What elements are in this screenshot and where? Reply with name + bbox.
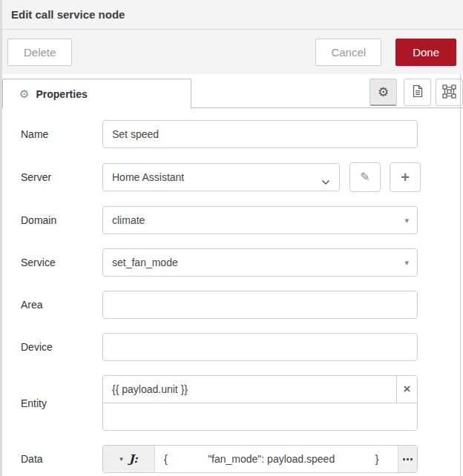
tray-left-edge <box>0 0 2 476</box>
data-label: Data <box>21 453 102 465</box>
entity-label: Entity <box>21 397 102 409</box>
chevron-down-icon <box>321 175 330 188</box>
dialog-header: Edit call service node <box>2 0 463 30</box>
editor-tab-bar: ⚙ Properties ⚙ <box>2 74 463 108</box>
document-icon <box>412 85 424 100</box>
data-value-input[interactable] <box>155 446 398 472</box>
data-type-selector[interactable]: ▾ J: <box>103 446 155 472</box>
plus-icon: + <box>401 170 410 185</box>
appearance-icon <box>442 85 456 101</box>
form-row-device: Device <box>21 333 463 361</box>
jsonata-type-icon: J: <box>129 454 138 465</box>
service-autocomplete: ▾ <box>102 248 418 277</box>
gear-icon: ⚙ <box>378 86 389 99</box>
entity-list-empty-area <box>103 403 417 430</box>
form-row-name: Name <box>21 120 463 148</box>
caret-down-icon: ▾ <box>119 456 123 463</box>
tab-properties[interactable]: ⚙ Properties <box>2 79 191 108</box>
server-select[interactable]: Home Assistant <box>102 163 340 191</box>
edit-node-dialog: Edit call service node Delete Cancel Don… <box>2 0 463 476</box>
form-row-entity: Entity {{ payload.unit }} × <box>21 375 463 431</box>
entity-value-input[interactable]: {{ payload.unit }} <box>103 376 396 403</box>
delete-button[interactable]: Delete <box>7 39 72 66</box>
domain-input[interactable] <box>102 206 418 234</box>
form-row-server: Server Home Assistant ✎ + <box>21 162 463 192</box>
domain-autocomplete: ▾ <box>102 206 418 234</box>
server-select-value: Home Assistant <box>112 171 184 183</box>
add-server-button[interactable]: + <box>390 162 421 192</box>
form-row-service: Service ▾ <box>21 248 463 277</box>
close-icon: × <box>404 382 411 397</box>
edit-server-button[interactable]: ✎ <box>349 162 381 192</box>
form-row-domain: Domain ▾ <box>21 206 463 234</box>
domain-label: Domain <box>21 214 102 226</box>
service-input[interactable] <box>102 248 418 277</box>
expand-expression-button[interactable] <box>398 446 417 472</box>
data-typed-input: ▾ J: <box>102 445 418 473</box>
form-row-data: Data ▾ J: <box>21 445 463 473</box>
dialog-toolbar: Delete Cancel Done <box>2 30 463 74</box>
name-input[interactable] <box>102 120 418 148</box>
form-row-area: Area <box>21 291 463 319</box>
editor-icon-buttons: ⚙ <box>370 79 463 106</box>
device-label: Device <box>21 341 102 353</box>
properties-gear-button[interactable]: ⚙ <box>370 79 397 106</box>
entity-list-item: {{ payload.unit }} × <box>103 376 417 403</box>
service-label: Service <box>21 257 102 268</box>
area-input[interactable] <box>102 291 418 319</box>
ellipsis-icon <box>403 458 405 460</box>
appearance-button[interactable] <box>436 79 463 106</box>
properties-form: Name Server Home Assistant ✎ + Domain ▾ <box>2 120 463 473</box>
pencil-icon: ✎ <box>360 171 370 183</box>
remove-entity-button[interactable]: × <box>396 376 417 403</box>
area-label: Area <box>21 299 102 311</box>
name-label: Name <box>21 128 102 140</box>
tray-right-edge <box>460 74 461 476</box>
tab-properties-label: Properties <box>36 88 87 100</box>
done-button[interactable]: Done <box>395 39 456 66</box>
description-button[interactable] <box>404 79 431 106</box>
cancel-button[interactable]: Cancel <box>315 39 381 66</box>
dialog-title: Edit call service node <box>11 8 125 21</box>
gear-icon: ⚙ <box>19 88 29 99</box>
entity-editable-list: {{ payload.unit }} × <box>102 375 418 431</box>
device-input[interactable] <box>102 333 418 361</box>
server-label: Server <box>21 171 102 183</box>
